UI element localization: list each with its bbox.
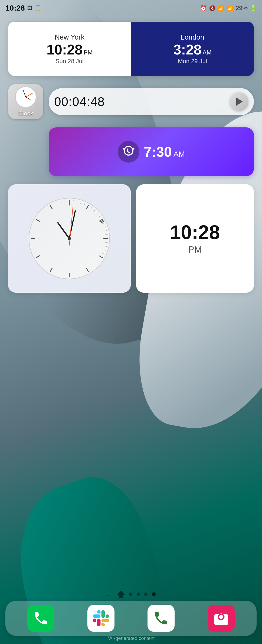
london-clock[interactable]: London 3:28 AM Mon 29 Jul <box>131 22 254 76</box>
dialer-app-icon[interactable] <box>148 605 175 632</box>
svg-line-13 <box>36 219 40 221</box>
london-date: Mon 29 Jul <box>178 58 207 65</box>
svg-line-28 <box>105 246 107 247</box>
svg-line-22 <box>99 216 100 217</box>
alarm-clock-icon <box>122 145 135 158</box>
svg-point-34 <box>68 237 71 240</box>
navigation-bar: ≡ <box>0 590 262 598</box>
stopwatch-time: 00:04:48 <box>54 94 105 109</box>
signal-icon: 📶 <box>227 5 234 11</box>
svg-line-11 <box>36 256 40 258</box>
clock-widgets-row: 10:28 PM <box>8 184 254 293</box>
clock-app-icon[interactable]: Clock <box>8 84 43 119</box>
battery-icon: 🔋 <box>250 5 257 11</box>
slack-icon <box>93 610 109 626</box>
status-right: ⏰ 🔇 📶 📶 29% 🔋 <box>200 5 257 12</box>
svg-line-24 <box>104 227 106 227</box>
mute-icon: 🔇 <box>209 5 216 11</box>
svg-line-30 <box>103 253 104 254</box>
svg-line-20 <box>94 210 95 211</box>
svg-line-8 <box>86 268 89 272</box>
alarm-time-display: 7:30 AM <box>144 144 185 160</box>
status-time: 10:28 <box>5 4 25 12</box>
svg-line-15 <box>73 200 73 202</box>
clock-app-label: Clock <box>18 110 33 117</box>
battery-level: 29% <box>236 5 248 12</box>
status-left: 10:28 🖼 ⏳ <box>5 4 41 12</box>
svg-line-31 <box>58 223 69 239</box>
svg-line-25 <box>105 230 107 231</box>
timer-icon: ⏳ <box>35 5 41 11</box>
analog-clock-widget[interactable] <box>8 184 131 293</box>
play-icon <box>236 98 243 106</box>
alarm-icon-circle <box>118 141 139 163</box>
second-hand-small <box>26 92 33 97</box>
london-time: 3:28 AM <box>173 43 211 57</box>
slack-app-icon[interactable] <box>87 605 114 632</box>
svg-point-35 <box>219 615 223 619</box>
status-bar: 10:28 🖼 ⏳ ⏰ 🔇 📶 📶 29% 🔋 <box>0 0 262 16</box>
world-clock-widget[interactable]: New York 10:28 PM Sun 28 Jul London 3:28… <box>8 22 254 76</box>
svg-line-27 <box>106 242 108 243</box>
analog-clock-face <box>29 198 110 279</box>
camera-icon <box>213 610 229 626</box>
dock <box>5 601 257 636</box>
new-york-clock[interactable]: New York 10:28 PM Sun 28 Jul <box>8 22 131 76</box>
digital-time: 10:28 <box>170 223 220 242</box>
svg-line-19 <box>91 207 92 209</box>
nav-dot-2[interactable] <box>137 593 140 596</box>
svg-line-10 <box>50 268 52 272</box>
phone-icon <box>33 610 49 626</box>
new-york-time: 10:28 PM <box>47 43 93 57</box>
alarm-status-icon: ⏰ <box>200 5 207 11</box>
nav-dot-active[interactable] <box>152 592 156 596</box>
digital-period: PM <box>188 244 202 255</box>
clock-ticks <box>29 198 110 279</box>
alarm-widget[interactable]: 7:30 AM <box>49 127 254 176</box>
stopwatch-widget[interactable]: 00:04:48 <box>49 88 254 115</box>
home-icon[interactable] <box>117 590 125 598</box>
svg-line-16 <box>77 201 77 203</box>
digital-clock-widget[interactable]: 10:28 PM <box>136 184 254 293</box>
main-content: New York 10:28 PM Sun 28 Jul London 3:28… <box>0 16 262 644</box>
hour-hand-small <box>26 97 31 100</box>
camera-app-icon[interactable] <box>208 605 235 632</box>
svg-line-17 <box>81 202 81 204</box>
svg-line-26 <box>106 234 108 235</box>
stopwatch-row: Clock 00:04:48 <box>8 84 254 119</box>
nav-dot-3[interactable] <box>144 593 148 596</box>
london-city-name: London <box>181 33 204 41</box>
wifi-icon: 📶 <box>218 5 225 11</box>
phone-app-icon[interactable] <box>27 605 54 632</box>
new-york-date: Sun 28 Jul <box>55 58 84 65</box>
svg-line-29 <box>104 250 106 250</box>
widgets-row: 7:30 AM <box>8 127 254 176</box>
stopwatch-play-button[interactable] <box>230 92 248 111</box>
svg-line-21 <box>96 213 98 214</box>
svg-line-4 <box>86 205 89 209</box>
new-york-city-name: New York <box>55 33 84 41</box>
spacer <box>8 127 43 176</box>
dialer-icon <box>153 610 169 626</box>
nav-dot-1[interactable] <box>129 593 132 596</box>
clock-face-small <box>15 86 37 108</box>
photo-icon: 🖼 <box>27 5 32 11</box>
svg-line-18 <box>84 203 85 205</box>
svg-line-14 <box>50 205 52 209</box>
svg-line-7 <box>99 256 103 258</box>
svg-line-23 <box>103 223 104 224</box>
minute-hand-small <box>23 90 26 97</box>
nav-lines-icon[interactable]: ≡ <box>106 590 110 598</box>
